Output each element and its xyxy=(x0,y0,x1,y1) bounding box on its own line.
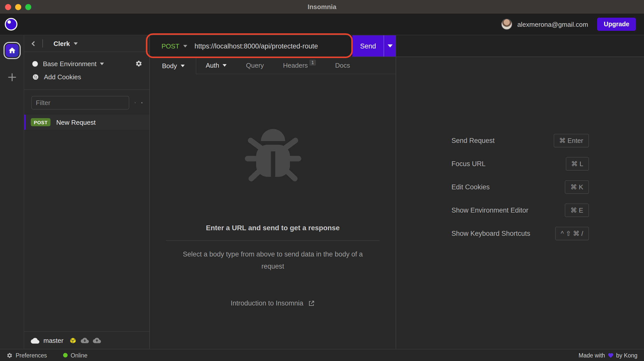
add-cookies-label: Add Cookies xyxy=(44,73,81,81)
shortcut-label: Send Request xyxy=(451,137,495,144)
tab-headers-label: Headers xyxy=(283,62,308,69)
preferences-button[interactable]: Preferences xyxy=(16,352,47,358)
macos-titlebar: Insomnia xyxy=(0,0,644,14)
gear-icon xyxy=(7,352,13,358)
new-project-plus-icon[interactable] xyxy=(7,72,17,82)
method-badge: POST xyxy=(31,118,51,126)
add-request-plus-icon[interactable] xyxy=(141,98,142,107)
tab-query-label: Query xyxy=(246,62,264,69)
home-button[interactable] xyxy=(3,42,20,59)
request-tabs: Body Auth Query Headers 1 xyxy=(150,57,396,74)
heart-icon xyxy=(608,352,614,358)
shortcut-label: Focus URL xyxy=(451,160,486,168)
bug-icon xyxy=(243,125,303,185)
method-dropdown[interactable]: POST xyxy=(162,42,179,50)
account-email[interactable]: alexmerona@gmail.com xyxy=(517,20,588,28)
status-bar: Preferences Online Made with by Kong xyxy=(0,349,644,361)
sync-footer: master xyxy=(24,331,149,349)
tab-auth[interactable]: Auth xyxy=(196,57,236,74)
empty-state-title: Enter a URL and send to get a response xyxy=(206,224,340,232)
workspace-header: Clerk xyxy=(24,35,149,52)
back-chevron-icon[interactable] xyxy=(32,41,37,46)
sidebar: Clerk Base Environment xyxy=(24,35,150,349)
shortcut-row: Focus URL ⌘ L xyxy=(451,157,589,171)
cookie-icon xyxy=(32,73,39,80)
chevron-down-icon xyxy=(183,45,187,47)
tab-body-label: Body xyxy=(162,62,177,69)
send-button[interactable]: Send xyxy=(353,35,384,57)
online-status-dot xyxy=(63,353,68,357)
chevron-down-icon xyxy=(223,64,227,67)
branch-name[interactable]: master xyxy=(43,337,63,344)
shortcut-keys: ⌘ E xyxy=(565,203,589,217)
cloud-download-icon[interactable] xyxy=(80,337,89,343)
shortcut-keys: ⌘ L xyxy=(566,157,589,171)
request-pane: POST https://localhost:8000/api/protecte… xyxy=(150,35,396,349)
sort-icon[interactable] xyxy=(135,99,136,107)
divider xyxy=(42,39,43,47)
shortcut-label: Show Keyboard Shortcuts xyxy=(451,230,530,237)
url-text[interactable]: https://localhost:8000/api/protected-rou… xyxy=(195,42,318,50)
filter-row xyxy=(24,90,149,115)
upgrade-button[interactable]: Upgrade xyxy=(597,18,636,31)
shortcut-keys: ⌘ Enter xyxy=(554,134,589,147)
empty-state-subtitle: Select a body type from above to send da… xyxy=(182,248,364,272)
send-options-button[interactable] xyxy=(384,35,396,57)
tab-headers[interactable]: Headers 1 xyxy=(274,57,326,74)
shortcut-row: Edit Cookies ⌘ K xyxy=(451,180,589,194)
environment-selector[interactable]: Base Environment xyxy=(24,57,149,70)
shortcut-keys: ⌘ K xyxy=(565,180,589,194)
sync-cube-icon[interactable] xyxy=(69,337,76,344)
url-input[interactable]: POST https://localhost:8000/api/protecte… xyxy=(150,35,353,57)
shortcut-row: Send Request ⌘ Enter xyxy=(451,134,589,147)
add-cookies-row[interactable]: Add Cookies xyxy=(24,70,149,83)
chevron-down-icon xyxy=(180,64,184,67)
insomnia-window: Insomnia alexmerona@gmail.com Upgrade xyxy=(0,0,644,361)
home-icon xyxy=(8,46,16,55)
divider xyxy=(166,240,380,241)
cloud-upload-icon[interactable] xyxy=(93,337,101,343)
response-pane: Send Request ⌘ Enter Focus URL ⌘ L Edit … xyxy=(396,35,644,349)
send-button-group: Send xyxy=(353,35,396,57)
tab-body[interactable]: Body xyxy=(150,57,196,74)
external-link-icon xyxy=(308,300,315,307)
request-list: POST New Request xyxy=(24,115,149,130)
left-rail xyxy=(0,35,24,349)
shortcut-row: Show Keyboard Shortcuts ^ ⇧ ⌘ / xyxy=(451,227,589,240)
environment-settings-gear-icon[interactable] xyxy=(135,60,142,67)
filter-input[interactable] xyxy=(31,96,129,110)
request-empty-state: Enter a URL and send to get a response S… xyxy=(150,74,396,349)
environment-label: Base Environment xyxy=(43,60,96,67)
chevron-down-icon xyxy=(73,42,77,45)
active-indicator xyxy=(24,115,26,130)
response-pane-header xyxy=(396,35,644,57)
url-bar: POST https://localhost:8000/api/protecte… xyxy=(150,35,396,57)
environment-dot-icon xyxy=(32,61,38,66)
made-with-label: Made with xyxy=(579,352,605,358)
introduction-link[interactable]: Introduction to Insomnia xyxy=(231,300,315,307)
shortcut-label: Show Environment Editor xyxy=(451,207,528,214)
main-area: Clerk Base Environment xyxy=(0,35,644,349)
request-list-item[interactable]: POST New Request xyxy=(24,115,149,130)
shortcut-keys: ^ ⇧ ⌘ / xyxy=(555,227,589,240)
tab-auth-label: Auth xyxy=(206,62,219,69)
tab-docs[interactable]: Docs xyxy=(326,57,360,74)
online-status-label[interactable]: Online xyxy=(71,352,88,358)
chevron-down-icon xyxy=(100,62,104,65)
cloud-icon[interactable] xyxy=(31,337,39,344)
window-title: Insomnia xyxy=(0,3,644,11)
by-kong-label: by Kong xyxy=(616,352,637,358)
tab-docs-label: Docs xyxy=(335,62,350,69)
tab-query[interactable]: Query xyxy=(236,57,274,74)
shortcut-row: Show Environment Editor ⌘ E xyxy=(451,203,589,217)
introduction-link-label: Introduction to Insomnia xyxy=(231,300,303,307)
app-header: alexmerona@gmail.com Upgrade xyxy=(0,14,644,35)
shortcut-label: Edit Cookies xyxy=(451,183,490,191)
keyboard-shortcuts-hint: Send Request ⌘ Enter Focus URL ⌘ L Edit … xyxy=(451,134,589,250)
environment-section: Base Environment Add Cookies xyxy=(24,52,149,90)
chevron-down-icon xyxy=(387,44,392,47)
workspace-name-dropdown[interactable]: Clerk xyxy=(53,40,70,47)
insomnia-logo-icon[interactable] xyxy=(5,18,18,31)
headers-count-badge: 1 xyxy=(309,59,316,65)
avatar[interactable] xyxy=(501,19,512,30)
